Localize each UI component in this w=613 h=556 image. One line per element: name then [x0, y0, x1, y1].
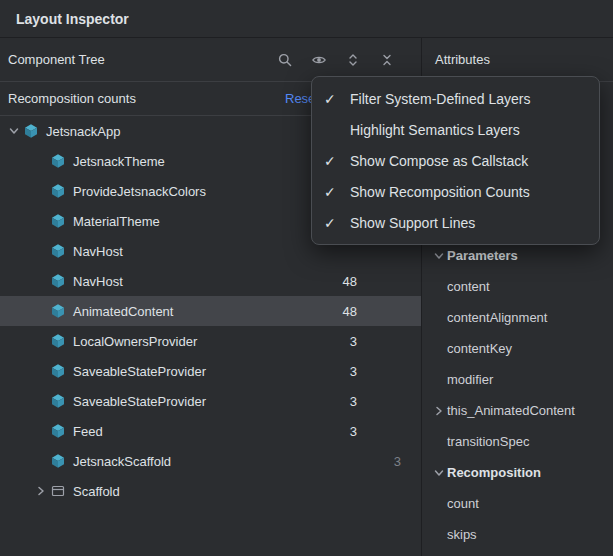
panel-titlebar: Layout Inspector [0, 0, 613, 38]
component-tree-title: Component Tree [8, 52, 105, 67]
toolbar-icon-group [277, 52, 413, 68]
attribute-row-contentkey[interactable]: contentKey [423, 333, 613, 364]
tree-node-SaveableStateProvider[interactable]: SaveableStateProvider3 [0, 356, 421, 386]
expand-all-icon[interactable] [345, 52, 361, 68]
recomposition-counts-label: Recomposition counts [8, 91, 136, 106]
tree-node-label: MaterialTheme [73, 214, 160, 229]
recomposition-count: 3 [350, 334, 357, 349]
recomposition-count: 48 [343, 274, 357, 289]
tree-node-JetsnackScaffold[interactable]: JetsnackScaffold3 [0, 446, 421, 476]
tree-node-label: JetsnackApp [46, 124, 120, 139]
tree-node-LocalOwnersProvider[interactable]: LocalOwnersProvider3 [0, 326, 421, 356]
tree-expander-icon[interactable] [6, 123, 22, 139]
view-options-eye-icon[interactable] [311, 52, 327, 68]
attributes-title: Attributes [435, 52, 490, 67]
tree-expander-spacer [33, 393, 49, 409]
recomposition-count: 3 [350, 424, 357, 439]
tree-node-label: Scaffold [73, 484, 120, 499]
recomposition-count: 3 [350, 364, 357, 379]
tree-node-label: NavHost [73, 274, 123, 289]
tree-node-SaveableStateProvider[interactable]: SaveableStateProvider3 [0, 386, 421, 416]
compose-node-icon [49, 212, 67, 230]
menu-item-filter-system-defined-layers[interactable]: ✓Filter System-Defined Layers [312, 83, 599, 114]
attribute-expander-icon[interactable] [431, 403, 447, 419]
attribute-row-contentalignment[interactable]: contentAlignment [423, 302, 613, 333]
menu-item-show-recomposition-counts[interactable]: ✓Show Recomposition Counts [312, 176, 599, 207]
compose-node-icon [49, 182, 67, 200]
tree-expander-spacer [33, 153, 49, 169]
compose-node-icon [22, 122, 40, 140]
tree-node-label: JetsnackTheme [73, 154, 165, 169]
checkmark-icon: ✓ [324, 153, 350, 169]
tree-expander-spacer [33, 303, 49, 319]
attribute-expander-spacer [431, 310, 447, 326]
attribute-expander-spacer [431, 434, 447, 450]
attribute-expander-spacer [431, 527, 447, 543]
menu-item-highlight-semantics-layers[interactable]: Highlight Semantics Layers [312, 114, 599, 145]
tree-node-NavHost[interactable]: NavHost48 [0, 266, 421, 296]
recomposition-count: 3 [394, 454, 401, 469]
section-expander-icon[interactable] [431, 248, 447, 264]
section-label: Recomposition [447, 465, 541, 480]
compose-node-icon [49, 272, 67, 290]
checkmark-icon: ✓ [324, 215, 350, 231]
section-label: Parameters [447, 248, 518, 263]
attribute-name: modifier [447, 372, 493, 387]
tree-node-AnimatedContent[interactable]: AnimatedContent48 [0, 296, 421, 326]
attribute-row-count[interactable]: count [423, 488, 613, 519]
recomposition-count: 48 [343, 304, 357, 319]
attribute-row-modifier[interactable]: modifier [423, 364, 613, 395]
attribute-name: transitionSpec [447, 434, 529, 449]
tree-node-label: LocalOwnersProvider [73, 334, 197, 349]
view-node-icon [49, 482, 67, 500]
attribute-expander-spacer [431, 496, 447, 512]
tree-node-label: ProvideJetsnackColors [73, 184, 206, 199]
attribute-row-this-animatedcontent[interactable]: this_AnimatedContent [423, 395, 613, 426]
search-icon[interactable] [277, 52, 293, 68]
compose-node-icon [49, 362, 67, 380]
menu-item-label: Highlight Semantics Layers [350, 122, 520, 138]
menu-item-show-compose-as-callstack[interactable]: ✓Show Compose as Callstack [312, 145, 599, 176]
tree-expander-icon[interactable] [33, 483, 49, 499]
tree-node-label: AnimatedContent [73, 304, 173, 319]
menu-item-label: Show Support Lines [350, 215, 475, 231]
tree-node-label: SaveableStateProvider [73, 364, 206, 379]
tree-expander-spacer [33, 363, 49, 379]
compose-node-icon [49, 152, 67, 170]
panel-title: Layout Inspector [16, 11, 129, 27]
attribute-expander-spacer [431, 341, 447, 357]
attributes-section-recomposition[interactable]: Recomposition [423, 457, 613, 488]
compose-node-icon [49, 422, 67, 440]
attribute-row-skips[interactable]: skips [423, 519, 613, 550]
recomposition-count: 3 [350, 394, 357, 409]
checkmark-icon: ✓ [324, 91, 350, 107]
compose-node-icon [49, 332, 67, 350]
attribute-expander-spacer [431, 279, 447, 295]
attribute-name: contentAlignment [447, 310, 547, 325]
tree-node-Feed[interactable]: Feed3 [0, 416, 421, 446]
tree-expander-spacer [33, 423, 49, 439]
collapse-all-icon[interactable] [379, 52, 395, 68]
attribute-name: contentKey [447, 341, 512, 356]
attribute-row-transitionspec[interactable]: transitionSpec [423, 426, 613, 457]
tree-node-label: JetsnackScaffold [73, 454, 171, 469]
tree-expander-spacer [33, 243, 49, 259]
menu-item-show-support-lines[interactable]: ✓Show Support Lines [312, 207, 599, 238]
checkmark-icon: ✓ [324, 184, 350, 200]
menu-item-label: Show Recomposition Counts [350, 184, 530, 200]
attributes-list: ParameterscontentcontentAlignmentcontent… [423, 240, 613, 550]
tree-node-label: Feed [73, 424, 103, 439]
section-expander-icon[interactable] [431, 465, 447, 481]
view-options-menu: ✓Filter System-Defined LayersHighlight S… [311, 76, 600, 245]
attribute-name: count [447, 496, 479, 511]
tree-node-Scaffold[interactable]: Scaffold [0, 476, 421, 506]
attribute-expander-spacer [431, 372, 447, 388]
tree-node-label: NavHost [73, 244, 123, 259]
attribute-name: skips [447, 527, 477, 542]
tree-node-label: SaveableStateProvider [73, 394, 206, 409]
attribute-row-content[interactable]: content [423, 271, 613, 302]
attribute-name: content [447, 279, 490, 294]
compose-node-icon [49, 452, 67, 470]
attribute-name: this_AnimatedContent [447, 403, 575, 418]
tree-expander-spacer [33, 183, 49, 199]
